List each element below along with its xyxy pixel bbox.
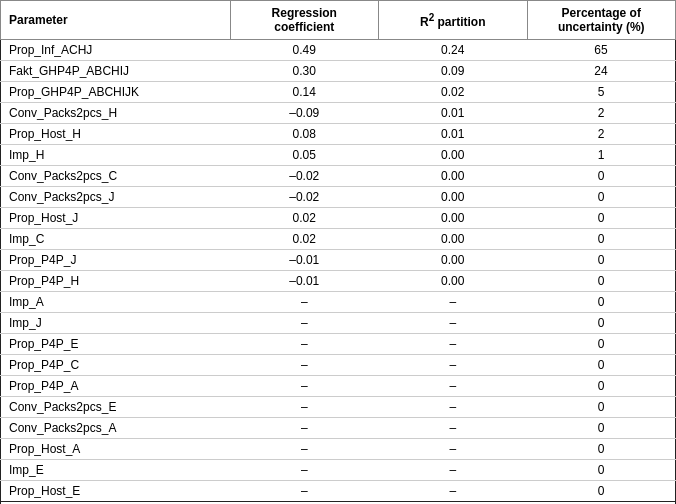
cell-r2: – [379, 334, 528, 355]
cell-param: Conv_Packs2pcs_H [1, 103, 231, 124]
header-parameter: Parameter [1, 1, 231, 40]
cell-regression: –0.01 [230, 250, 379, 271]
table-row: Imp_C0.020.000 [1, 229, 676, 250]
cell-regression: – [230, 376, 379, 397]
cell-param: Prop_Host_J [1, 208, 231, 229]
cell-regression: – [230, 439, 379, 460]
cell-pct: 2 [527, 103, 676, 124]
cell-pct: 0 [527, 481, 676, 502]
cell-pct: 1 [527, 145, 676, 166]
cell-regression: – [230, 481, 379, 502]
cell-pct: 2 [527, 124, 676, 145]
cell-r2: – [379, 418, 528, 439]
cell-r2: – [379, 481, 528, 502]
cell-param: Conv_Packs2pcs_J [1, 187, 231, 208]
cell-r2: – [379, 439, 528, 460]
cell-r2: – [379, 355, 528, 376]
table-row: Prop_P4P_H–0.010.000 [1, 271, 676, 292]
cell-param: Prop_P4P_E [1, 334, 231, 355]
cell-param: Prop_Inf_ACHJ [1, 40, 231, 61]
cell-pct: 0 [527, 439, 676, 460]
cell-pct: 0 [527, 250, 676, 271]
cell-pct: 0 [527, 292, 676, 313]
cell-regression: –0.02 [230, 166, 379, 187]
cell-r2: – [379, 313, 528, 334]
cell-param: Prop_P4P_J [1, 250, 231, 271]
cell-param: Imp_J [1, 313, 231, 334]
table-row: Conv_Packs2pcs_J–0.020.000 [1, 187, 676, 208]
cell-pct: 0 [527, 271, 676, 292]
cell-param: Imp_A [1, 292, 231, 313]
table-row: Prop_Host_A––0 [1, 439, 676, 460]
cell-r2: 0.00 [379, 208, 528, 229]
cell-param: Conv_Packs2pcs_A [1, 418, 231, 439]
table-row: Conv_Packs2pcs_A––0 [1, 418, 676, 439]
cell-param: Imp_C [1, 229, 231, 250]
cell-regression: 0.30 [230, 61, 379, 82]
cell-param: Prop_Host_E [1, 481, 231, 502]
cell-r2: 0.00 [379, 229, 528, 250]
table-row: Conv_Packs2pcs_C–0.020.000 [1, 166, 676, 187]
cell-pct: 0 [527, 334, 676, 355]
cell-param: Prop_P4P_H [1, 271, 231, 292]
cell-regression: – [230, 313, 379, 334]
table-row: Prop_Host_J0.020.000 [1, 208, 676, 229]
cell-pct: 0 [527, 397, 676, 418]
cell-pct: 0 [527, 187, 676, 208]
table-row: Conv_Packs2pcs_E––0 [1, 397, 676, 418]
table-row: Prop_P4P_J–0.010.000 [1, 250, 676, 271]
table-row: Imp_H0.050.001 [1, 145, 676, 166]
table-row: Prop_P4P_A––0 [1, 376, 676, 397]
cell-regression: – [230, 460, 379, 481]
table-row: Prop_Inf_ACHJ0.490.2465 [1, 40, 676, 61]
cell-pct: 0 [527, 313, 676, 334]
cell-pct: 5 [527, 82, 676, 103]
cell-regression: – [230, 418, 379, 439]
cell-regression: – [230, 334, 379, 355]
cell-regression: 0.02 [230, 208, 379, 229]
cell-r2: 0.00 [379, 250, 528, 271]
cell-r2: 0.00 [379, 166, 528, 187]
table-row: Prop_Host_E––0 [1, 481, 676, 502]
table-row: Prop_GHP4P_ABCHIJK0.140.025 [1, 82, 676, 103]
table-row: Imp_A––0 [1, 292, 676, 313]
cell-pct: 0 [527, 229, 676, 250]
cell-param: Imp_E [1, 460, 231, 481]
header-percentage: Percentage ofuncertainty (%) [527, 1, 676, 40]
table-row: Fakt_GHP4P_ABCHIJ0.300.0924 [1, 61, 676, 82]
cell-r2: 0.00 [379, 271, 528, 292]
cell-pct: 24 [527, 61, 676, 82]
cell-param: Prop_P4P_C [1, 355, 231, 376]
cell-param: Conv_Packs2pcs_C [1, 166, 231, 187]
cell-r2: 0.00 [379, 145, 528, 166]
cell-pct: 0 [527, 166, 676, 187]
cell-pct: 0 [527, 208, 676, 229]
cell-r2: 0.09 [379, 61, 528, 82]
cell-regression: –0.02 [230, 187, 379, 208]
cell-param: Fakt_GHP4P_ABCHIJ [1, 61, 231, 82]
cell-regression: 0.05 [230, 145, 379, 166]
cell-param: Prop_Host_A [1, 439, 231, 460]
header-regression: Regressioncoefficient [230, 1, 379, 40]
cell-r2: 0.24 [379, 40, 528, 61]
cell-regression: 0.08 [230, 124, 379, 145]
cell-r2: 0.00 [379, 187, 528, 208]
table-row: Prop_P4P_E––0 [1, 334, 676, 355]
cell-regression: 0.02 [230, 229, 379, 250]
cell-regression: – [230, 292, 379, 313]
table-row: Conv_Packs2pcs_H–0.090.012 [1, 103, 676, 124]
cell-r2: 0.01 [379, 124, 528, 145]
cell-regression: –0.01 [230, 271, 379, 292]
cell-param: Prop_GHP4P_ABCHIJK [1, 82, 231, 103]
cell-param: Prop_Host_H [1, 124, 231, 145]
table-row: Prop_P4P_C––0 [1, 355, 676, 376]
cell-pct: 0 [527, 418, 676, 439]
cell-r2: – [379, 376, 528, 397]
cell-param: Prop_P4P_A [1, 376, 231, 397]
cell-pct: 0 [527, 355, 676, 376]
cell-regression: –0.09 [230, 103, 379, 124]
cell-r2: – [379, 397, 528, 418]
cell-r2: 0.01 [379, 103, 528, 124]
cell-pct: 0 [527, 376, 676, 397]
cell-param: Imp_H [1, 145, 231, 166]
